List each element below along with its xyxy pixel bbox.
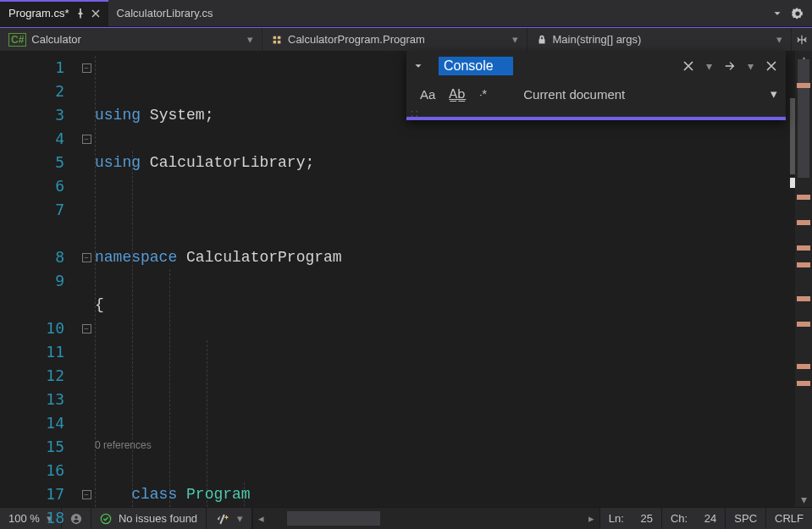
nav-project-label: Calculator: [31, 33, 81, 46]
fold-toggle[interactable]: −: [82, 490, 91, 499]
csharp-icon: C#: [8, 33, 26, 47]
pin-icon[interactable]: [75, 8, 86, 19]
tab-label: CalculatorLibrary.cs: [117, 7, 213, 19]
match-case-toggle[interactable]: Aa: [420, 87, 435, 102]
error-list-status[interactable]: No issues found: [91, 508, 207, 529]
scroll-down-icon[interactable]: ▾: [795, 492, 812, 507]
navigation-bar: C# Calculator ▾ CalculatorProgram.Progra…: [0, 27, 812, 51]
chevron-down-icon[interactable]: ▾: [748, 59, 754, 73]
document-tab-bar: Program.cs* CalculatorLibrary.cs: [0, 0, 812, 27]
split-editor-icon[interactable]: [792, 28, 812, 51]
match-word-toggle[interactable]: A̲b̲: [449, 86, 466, 102]
fold-toggle[interactable]: −: [82, 63, 91, 73]
chevron-down-icon[interactable]: ▾: [706, 59, 712, 73]
scroll-left-icon[interactable]: ◂: [253, 508, 268, 529]
line-number-gutter: 1 2 3 4 5 6 7 8 9 10 11 12 13 14 15 16 1…: [0, 51, 78, 507]
nav-method-label: Main(string[] args): [553, 33, 642, 46]
chevron-down-icon: ▾: [247, 33, 253, 46]
chevron-down-icon: ▾: [512, 33, 518, 46]
scroll-right-icon[interactable]: ▸: [584, 508, 599, 529]
lock-icon: [536, 34, 548, 46]
caret-line[interactable]: Ln: 25: [600, 508, 662, 529]
fold-toggle[interactable]: −: [82, 253, 91, 262]
gear-icon[interactable]: [792, 8, 804, 19]
close-icon[interactable]: [91, 9, 100, 18]
indent-mode[interactable]: SPC: [726, 508, 766, 529]
close-panel-icon[interactable]: [765, 60, 777, 72]
find-next-icon[interactable]: [724, 60, 736, 72]
nav-method[interactable]: Main(string[] args) ▾: [528, 28, 793, 51]
nav-class-label: CalculatorProgram.Program: [288, 33, 425, 46]
nav-project[interactable]: C# Calculator ▾: [0, 28, 262, 51]
search-scope-label[interactable]: Current document: [523, 87, 625, 102]
close-icon[interactable]: [682, 60, 694, 72]
tab-program-cs[interactable]: Program.cs*: [0, 0, 108, 26]
vertical-scrollbar[interactable]: ▴ ▾: [795, 51, 812, 507]
chevron-down-icon: ▾: [776, 33, 782, 46]
chevron-down-icon[interactable]: [771, 8, 783, 19]
horizontal-scrollbar[interactable]: ◂ ▸: [252, 508, 600, 529]
nav-class[interactable]: CalculatorProgram.Program ▾: [262, 28, 528, 51]
codelens-class[interactable]: 0 references: [95, 433, 152, 457]
tab-calculatorlibrary-cs[interactable]: CalculatorLibrary.cs: [108, 0, 222, 26]
fold-gutter: − − − − −: [78, 51, 95, 507]
chevron-down-icon[interactable]: ▾: [771, 86, 777, 102]
tab-label: Program.cs*: [8, 7, 69, 19]
regex-toggle[interactable]: ⸱*: [479, 86, 486, 102]
scroll-thumb[interactable]: [287, 511, 380, 526]
fold-toggle[interactable]: −: [82, 135, 91, 144]
find-panel: ▾ ▾ Aa A̲b̲ ⸱* Current document ▾ ⸬: [406, 51, 786, 120]
caret-char[interactable]: Ch: 24: [662, 508, 726, 529]
check-icon: [100, 513, 112, 525]
class-icon: [271, 34, 283, 46]
cleanup-icon[interactable]: ▾: [207, 508, 252, 529]
search-input[interactable]: [439, 57, 513, 75]
expand-replace-icon[interactable]: [408, 60, 428, 72]
scroll-thumb[interactable]: [798, 59, 809, 178]
fold-toggle[interactable]: −: [82, 324, 91, 333]
line-ending-mode[interactable]: CRLF: [766, 508, 812, 529]
status-bar: 100 % ▾ No issues found ▾ ◂ ▸ Ln: 25 Ch:…: [0, 507, 812, 529]
